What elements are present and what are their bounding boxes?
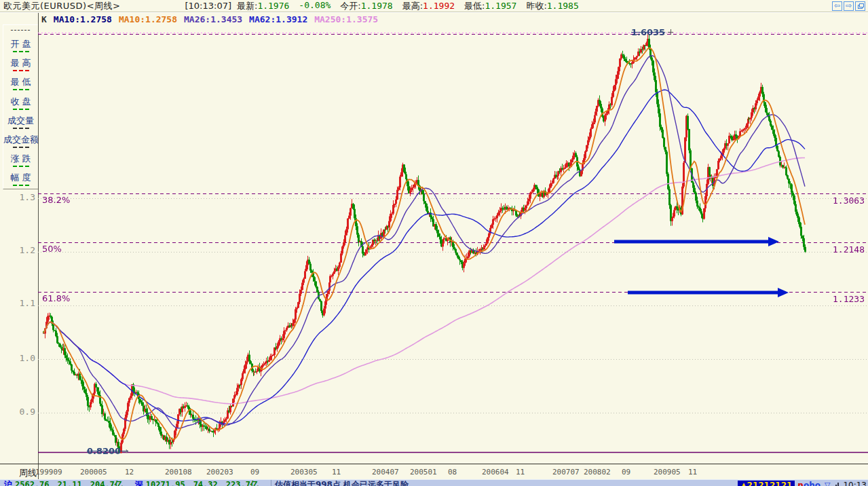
field-sidebar: ------开 盘最 高最 低收 盘成交量成交金额涨 跌幅 度 bbox=[3, 24, 39, 189]
x-axis-tick-label: 12 bbox=[125, 468, 134, 476]
x-axis-tick-label: 11 bbox=[332, 468, 341, 476]
fib-price-label: 1.1233 bbox=[818, 294, 865, 304]
sidebar-item-label: 开 盘 bbox=[3, 39, 38, 49]
quote-item: 最低:1.1957 bbox=[464, 0, 516, 12]
y-axis-tick-label: 0.9 bbox=[0, 407, 35, 417]
price-chart-canvas[interactable] bbox=[38, 26, 868, 466]
quote-item-label: 今开: bbox=[340, 1, 360, 11]
x-axis-tick-label: 09 bbox=[622, 468, 630, 476]
news-ticker-text: 估值相当于998点 机会已远多于风险 bbox=[271, 480, 409, 486]
window-buttons: ⇦⇨ bbox=[832, 1, 865, 11]
sidebar-top-dashes: ------ bbox=[3, 26, 38, 33]
x-axis-tick-label: 200305 bbox=[290, 468, 318, 476]
quote-item: -0.08% bbox=[299, 0, 331, 12]
status-tray: ▲21212121 noho ▽ 10:13 bbox=[738, 481, 867, 486]
sidebar-item-1[interactable]: 最 高 bbox=[3, 58, 38, 71]
quote-item: 最新:1.1976 bbox=[237, 0, 289, 12]
quote-item-value: 1.1976 bbox=[257, 1, 289, 11]
back-button-icon[interactable]: ⇦ bbox=[832, 1, 842, 11]
shenzhen-index-label: 深 bbox=[135, 480, 143, 486]
shanghai-index-label: 沪 bbox=[4, 480, 12, 486]
sidebar-item-label: 涨 跌 bbox=[3, 153, 38, 164]
shenzhen-index-value: 74.32 bbox=[193, 480, 218, 486]
quote-item-value: 1.1957 bbox=[485, 1, 516, 11]
sidebar-item-5[interactable]: 成交金额 bbox=[3, 134, 38, 148]
x-axis-tick-label: 200203 bbox=[206, 468, 233, 476]
quote-item-value: 1.1985 bbox=[547, 1, 579, 11]
fib-pct-label: 50% bbox=[42, 244, 62, 254]
ma-legend-item: MA10:1.2758 bbox=[119, 14, 177, 24]
filter-icon[interactable]: ▽ bbox=[825, 481, 830, 486]
shenzhen-index-value: 223.7亿 bbox=[226, 480, 259, 486]
sidebar-item-2[interactable]: 最 低 bbox=[3, 77, 38, 90]
sidebar-item-label: 幅 度 bbox=[3, 172, 38, 183]
quote-values: 最新:1.1976-0.08%今开:1.1978最高:1.1992最低:1.19… bbox=[237, 0, 588, 12]
quote-item-label: 最高: bbox=[402, 1, 423, 11]
sidebar-item-separator bbox=[13, 70, 29, 71]
x-axis-tick-label: 08 bbox=[448, 468, 457, 476]
x-axis-tick-label: 200707 bbox=[552, 468, 580, 476]
ma-legend-item: MA62:1.3912 bbox=[249, 14, 307, 24]
sidebar-item-6[interactable]: 涨 跌 bbox=[3, 153, 38, 167]
sidebar-item-separator bbox=[13, 109, 29, 110]
fib-pct-label: 61.8% bbox=[42, 293, 70, 303]
quote-item-value: 1.1978 bbox=[361, 1, 393, 11]
y-axis-tick-label: 1.1 bbox=[0, 298, 35, 308]
sidebar-item-4[interactable]: 成交量 bbox=[3, 115, 38, 129]
x-axis-tick-label: 09 bbox=[250, 468, 259, 476]
sidebar-item-separator bbox=[13, 128, 29, 129]
fib-price-label: 1.2148 bbox=[818, 244, 865, 255]
shanghai-index-value: 2562.76 bbox=[15, 480, 50, 486]
k-line-legend-label: K bbox=[41, 14, 47, 24]
shanghai-index-value: 204.7亿 bbox=[90, 480, 123, 486]
y-axis-tick-label: 1.2 bbox=[0, 245, 35, 255]
sidebar-item-label: 成交量 bbox=[3, 115, 38, 126]
x-axis-tick-label: 199909 bbox=[35, 468, 62, 476]
sidebar-item-label: 最 低 bbox=[3, 77, 38, 87]
ma-legend-item: MA26:1.3453 bbox=[184, 14, 242, 24]
brand-label[interactable]: noho bbox=[797, 481, 820, 486]
sidebar-item-7[interactable]: 幅 度 bbox=[3, 172, 38, 186]
x-axis-tick-label: 200501 bbox=[410, 468, 437, 476]
sidebar-item-label: 成交金额 bbox=[3, 134, 38, 145]
quote-bar: 欧元美元(EURUSD)<周线> [10:13:07] 最新:1.1976-0.… bbox=[0, 0, 868, 12]
x-axis-tick-label: 200802 bbox=[584, 468, 611, 476]
forward-button-icon[interactable]: ⇨ bbox=[844, 1, 854, 11]
x-axis-tick-label: 200407 bbox=[372, 468, 399, 476]
shanghai-index-value: 21.11 bbox=[58, 480, 82, 486]
signal-strength-icon[interactable] bbox=[833, 482, 839, 486]
sidebar-item-3[interactable]: 收 盘 bbox=[3, 96, 38, 110]
counter-badge[interactable]: ▲21212121 bbox=[738, 481, 795, 486]
quote-item: 昨收:1.1985 bbox=[526, 0, 578, 12]
sidebar-item-separator bbox=[13, 51, 29, 52]
symbol-title: 欧元美元(EURUSD)<周线> bbox=[3, 0, 120, 12]
quote-item-label: 最新: bbox=[237, 1, 257, 11]
quote-item: 今开:1.1978 bbox=[340, 0, 392, 12]
status-clock: 10:13 bbox=[843, 481, 867, 486]
ma-legend-item: MA250:1.3575 bbox=[314, 14, 378, 24]
quote-item-label: 昨收: bbox=[526, 1, 546, 11]
restore-square-front bbox=[859, 3, 864, 7]
x-axis-period-label[interactable]: 周线 bbox=[19, 467, 37, 479]
fib-top-price-label: 1.6035 bbox=[631, 27, 665, 37]
sidebar-item-label: 收 盘 bbox=[3, 96, 38, 107]
x-axis-tick-label: 11 bbox=[688, 468, 697, 476]
sidebar-item-separator bbox=[13, 166, 29, 167]
restore-button-icon[interactable] bbox=[855, 1, 865, 11]
x-axis-tick-label: 200108 bbox=[165, 468, 192, 476]
sidebar-item-separator bbox=[13, 185, 29, 186]
fib-bottom-price-label: 0.8200→ bbox=[87, 446, 128, 456]
quote-item-value: -0.08% bbox=[299, 0, 331, 10]
quote-item-label: 最低: bbox=[464, 1, 485, 11]
x-axis-tick-label: 200604 bbox=[482, 468, 509, 476]
y-axis-tick-label: 1.3 bbox=[0, 192, 35, 202]
fib-bottom-price-value: 0.8200 bbox=[87, 446, 121, 456]
ma-legend: KMA10:1.2758MA10:1.2758MA26:1.3453MA62:1… bbox=[41, 14, 385, 24]
ma-legend-item: MA10:1.2758 bbox=[54, 14, 112, 24]
y-axis-tick-label: 1.0 bbox=[0, 353, 35, 363]
fib-pct-label: 38.2% bbox=[42, 195, 70, 205]
quote-clock: [10:13:07] bbox=[185, 1, 231, 11]
sidebar-item-0[interactable]: 开 盘 bbox=[3, 39, 38, 52]
quote-item: 最高:1.1992 bbox=[402, 0, 455, 12]
quote-item-value: 1.1992 bbox=[423, 1, 455, 11]
